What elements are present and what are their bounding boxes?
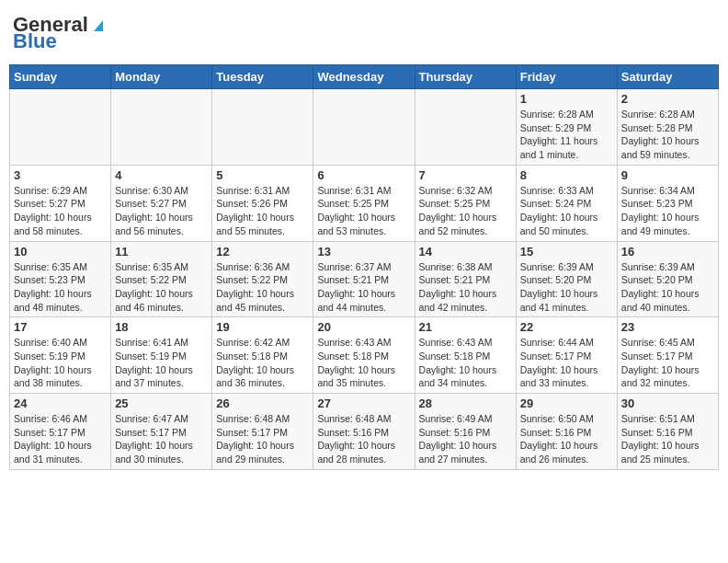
cell-day-number: 29	[520, 396, 613, 410]
cell-day-number: 20	[317, 320, 410, 334]
cell-day-number: 28	[419, 396, 512, 410]
cell-info-text: Sunrise: 6:47 AM Sunset: 5:17 PM Dayligh…	[115, 412, 208, 466]
cell-day-number: 27	[317, 396, 410, 410]
cell-info-text: Sunrise: 6:28 AM Sunset: 5:29 PM Dayligh…	[520, 108, 613, 162]
calendar-cell: 17Sunrise: 6:40 AM Sunset: 5:19 PM Dayli…	[10, 317, 111, 394]
cell-day-number: 21	[419, 320, 512, 334]
calendar-cell: 29Sunrise: 6:50 AM Sunset: 5:16 PM Dayli…	[516, 394, 617, 470]
calendar-cell	[212, 89, 313, 166]
weekday-header: Monday	[111, 65, 212, 89]
cell-day-number: 22	[520, 320, 613, 334]
cell-info-text: Sunrise: 6:37 AM Sunset: 5:21 PM Dayligh…	[317, 260, 410, 315]
calendar-cell: 7Sunrise: 6:32 AM Sunset: 5:25 PM Daylig…	[415, 165, 516, 241]
calendar-week-row: 24Sunrise: 6:46 AM Sunset: 5:17 PM Dayli…	[10, 394, 719, 470]
cell-day-number: 8	[520, 168, 613, 182]
calendar-cell: 4Sunrise: 6:30 AM Sunset: 5:27 PM Daylig…	[111, 165, 212, 241]
cell-day-number: 1	[520, 92, 613, 106]
cell-info-text: Sunrise: 6:31 AM Sunset: 5:25 PM Dayligh…	[317, 184, 410, 238]
weekday-header: Wednesday	[313, 65, 415, 89]
cell-info-text: Sunrise: 6:31 AM Sunset: 5:26 PM Dayligh…	[216, 184, 309, 238]
cell-day-number: 3	[14, 168, 107, 182]
weekday-header: Friday	[516, 65, 617, 89]
cell-info-text: Sunrise: 6:38 AM Sunset: 5:21 PM Dayligh…	[419, 260, 512, 315]
cell-day-number: 11	[115, 245, 208, 259]
cell-day-number: 14	[419, 245, 512, 259]
cell-info-text: Sunrise: 6:44 AM Sunset: 5:17 PM Dayligh…	[520, 336, 613, 390]
calendar-cell: 10Sunrise: 6:35 AM Sunset: 5:23 PM Dayli…	[10, 241, 111, 317]
logo-blue-text: Blue	[13, 31, 107, 52]
weekday-header: Thursday	[415, 65, 516, 89]
calendar-week-row: 1Sunrise: 6:28 AM Sunset: 5:29 PM Daylig…	[10, 89, 719, 166]
cell-day-number: 10	[14, 245, 107, 259]
cell-day-number: 9	[621, 168, 714, 182]
cell-day-number: 17	[14, 320, 107, 334]
weekday-header: Saturday	[617, 65, 718, 89]
logo: General Blue	[13, 15, 107, 52]
cell-info-text: Sunrise: 6:33 AM Sunset: 5:24 PM Dayligh…	[520, 184, 613, 238]
calendar-cell	[111, 89, 212, 166]
cell-info-text: Sunrise: 6:49 AM Sunset: 5:16 PM Dayligh…	[419, 412, 512, 466]
cell-day-number: 23	[621, 320, 714, 334]
calendar-cell: 21Sunrise: 6:43 AM Sunset: 5:18 PM Dayli…	[415, 317, 516, 394]
calendar-cell: 22Sunrise: 6:44 AM Sunset: 5:17 PM Dayli…	[516, 317, 617, 394]
cell-day-number: 19	[216, 320, 309, 334]
weekday-header: Tuesday	[212, 65, 313, 89]
page-header: General Blue	[9, 9, 719, 57]
cell-info-text: Sunrise: 6:43 AM Sunset: 5:18 PM Dayligh…	[419, 336, 512, 390]
calendar-cell: 18Sunrise: 6:41 AM Sunset: 5:19 PM Dayli…	[111, 317, 212, 394]
calendar-cell: 14Sunrise: 6:38 AM Sunset: 5:21 PM Dayli…	[415, 241, 516, 317]
cell-day-number: 15	[520, 245, 613, 259]
cell-day-number: 18	[115, 320, 208, 334]
calendar-cell: 5Sunrise: 6:31 AM Sunset: 5:26 PM Daylig…	[212, 165, 313, 241]
calendar-cell: 9Sunrise: 6:34 AM Sunset: 5:23 PM Daylig…	[617, 165, 718, 241]
cell-info-text: Sunrise: 6:42 AM Sunset: 5:18 PM Dayligh…	[216, 336, 309, 390]
cell-info-text: Sunrise: 6:50 AM Sunset: 5:16 PM Dayligh…	[520, 412, 613, 466]
cell-day-number: 13	[317, 245, 410, 259]
calendar-cell: 11Sunrise: 6:35 AM Sunset: 5:22 PM Dayli…	[111, 241, 212, 317]
cell-info-text: Sunrise: 6:35 AM Sunset: 5:23 PM Dayligh…	[14, 260, 107, 315]
cell-day-number: 7	[419, 168, 512, 182]
calendar-cell	[313, 89, 415, 166]
cell-day-number: 5	[216, 168, 309, 182]
calendar-cell: 2Sunrise: 6:28 AM Sunset: 5:28 PM Daylig…	[617, 89, 718, 166]
calendar-header-row: SundayMondayTuesdayWednesdayThursdayFrid…	[10, 65, 719, 89]
cell-day-number: 6	[317, 168, 410, 182]
cell-day-number: 24	[14, 396, 107, 410]
cell-info-text: Sunrise: 6:51 AM Sunset: 5:16 PM Dayligh…	[621, 412, 714, 466]
cell-day-number: 12	[216, 245, 309, 259]
cell-info-text: Sunrise: 6:41 AM Sunset: 5:19 PM Dayligh…	[115, 336, 208, 390]
calendar-cell: 3Sunrise: 6:29 AM Sunset: 5:27 PM Daylig…	[10, 165, 111, 241]
calendar-table: SundayMondayTuesdayWednesdayThursdayFrid…	[9, 64, 719, 470]
cell-info-text: Sunrise: 6:45 AM Sunset: 5:17 PM Dayligh…	[621, 336, 714, 390]
calendar-cell: 6Sunrise: 6:31 AM Sunset: 5:25 PM Daylig…	[313, 165, 415, 241]
calendar-cell: 25Sunrise: 6:47 AM Sunset: 5:17 PM Dayli…	[111, 394, 212, 470]
calendar-cell: 30Sunrise: 6:51 AM Sunset: 5:16 PM Dayli…	[617, 394, 718, 470]
calendar-cell: 16Sunrise: 6:39 AM Sunset: 5:20 PM Dayli…	[617, 241, 718, 317]
cell-info-text: Sunrise: 6:39 AM Sunset: 5:20 PM Dayligh…	[520, 260, 613, 315]
cell-info-text: Sunrise: 6:36 AM Sunset: 5:22 PM Dayligh…	[216, 260, 309, 315]
calendar-cell: 12Sunrise: 6:36 AM Sunset: 5:22 PM Dayli…	[212, 241, 313, 317]
calendar-cell	[415, 89, 516, 166]
cell-info-text: Sunrise: 6:40 AM Sunset: 5:19 PM Dayligh…	[14, 336, 107, 390]
cell-info-text: Sunrise: 6:30 AM Sunset: 5:27 PM Dayligh…	[115, 184, 208, 238]
cell-info-text: Sunrise: 6:39 AM Sunset: 5:20 PM Dayligh…	[621, 260, 714, 315]
calendar-cell: 15Sunrise: 6:39 AM Sunset: 5:20 PM Dayli…	[516, 241, 617, 317]
weekday-header: Sunday	[10, 65, 111, 89]
calendar-cell: 24Sunrise: 6:46 AM Sunset: 5:17 PM Dayli…	[10, 394, 111, 470]
calendar-cell: 19Sunrise: 6:42 AM Sunset: 5:18 PM Dayli…	[212, 317, 313, 394]
cell-info-text: Sunrise: 6:29 AM Sunset: 5:27 PM Dayligh…	[14, 184, 107, 238]
calendar-cell: 26Sunrise: 6:48 AM Sunset: 5:17 PM Dayli…	[212, 394, 313, 470]
calendar-cell: 1Sunrise: 6:28 AM Sunset: 5:29 PM Daylig…	[516, 89, 617, 166]
cell-day-number: 4	[115, 168, 208, 182]
calendar-week-row: 3Sunrise: 6:29 AM Sunset: 5:27 PM Daylig…	[10, 165, 719, 241]
cell-info-text: Sunrise: 6:48 AM Sunset: 5:17 PM Dayligh…	[216, 412, 309, 466]
svg-marker-0	[94, 20, 103, 31]
cell-info-text: Sunrise: 6:43 AM Sunset: 5:18 PM Dayligh…	[317, 336, 410, 390]
cell-day-number: 2	[621, 92, 714, 106]
cell-info-text: Sunrise: 6:34 AM Sunset: 5:23 PM Dayligh…	[621, 184, 714, 238]
calendar-cell: 8Sunrise: 6:33 AM Sunset: 5:24 PM Daylig…	[516, 165, 617, 241]
cell-info-text: Sunrise: 6:28 AM Sunset: 5:28 PM Dayligh…	[621, 108, 714, 162]
calendar-cell: 13Sunrise: 6:37 AM Sunset: 5:21 PM Dayli…	[313, 241, 415, 317]
cell-info-text: Sunrise: 6:48 AM Sunset: 5:16 PM Dayligh…	[317, 412, 410, 466]
calendar-cell: 20Sunrise: 6:43 AM Sunset: 5:18 PM Dayli…	[313, 317, 415, 394]
